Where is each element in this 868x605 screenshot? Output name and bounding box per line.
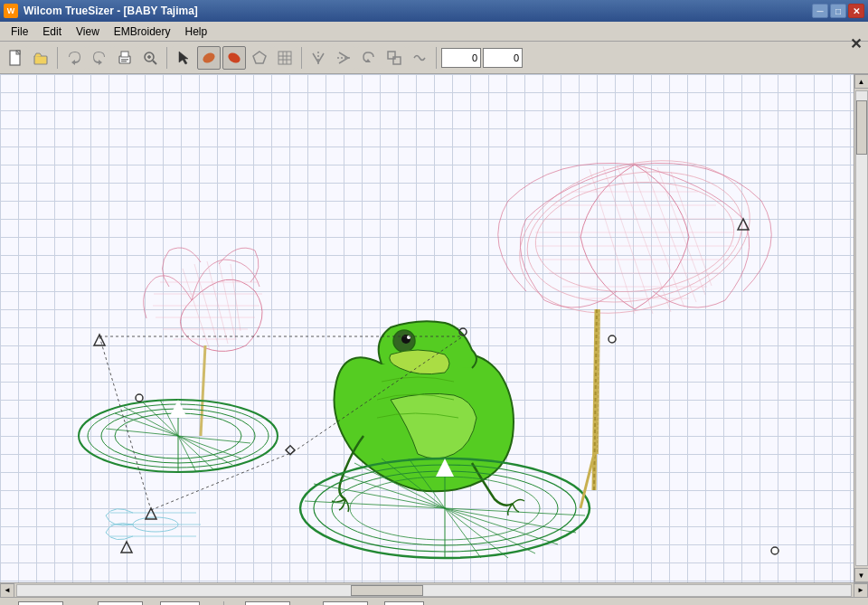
sep3 <box>301 47 302 69</box>
input-y-group <box>483 48 523 68</box>
new-button[interactable] <box>4 46 27 70</box>
lotus-stem-right <box>580 309 597 508</box>
svg-rect-4 <box>121 59 128 61</box>
canvas-area[interactable] <box>0 74 854 582</box>
svg-rect-93 <box>286 446 295 455</box>
embroidery-artwork <box>0 74 854 582</box>
vertical-scrollbar[interactable]: ▲ ▼ <box>854 74 868 582</box>
svg-line-57 <box>201 345 205 436</box>
title-left: W Wilcom TrueSizer - [BABY Tajima] <box>4 4 198 18</box>
undo-button[interactable] <box>62 46 86 70</box>
scroll-up-button[interactable]: ▲ <box>854 74 869 89</box>
minimize-button[interactable]: ─ <box>812 4 828 18</box>
svg-point-13 <box>226 51 241 65</box>
scroll-down-button[interactable]: ▼ <box>854 568 869 582</box>
sep2 <box>166 47 167 69</box>
input-x-group <box>441 48 481 68</box>
stitch-button[interactable] <box>408 46 431 70</box>
status-sep <box>223 601 224 606</box>
scroll-thumb-horizontal[interactable] <box>351 585 423 596</box>
svg-line-54 <box>207 261 228 344</box>
svg-line-42 <box>657 167 705 295</box>
app-icon: W <box>4 4 18 18</box>
scroll-right-button[interactable]: ► <box>854 583 868 598</box>
svg-rect-2 <box>34 56 47 64</box>
svg-point-12 <box>201 51 216 65</box>
svg-line-56 <box>231 264 241 331</box>
x-value-input[interactable] <box>18 601 63 606</box>
frog <box>332 321 524 515</box>
menu-view[interactable]: View <box>69 24 107 40</box>
canvas-close-button[interactable]: ✕ <box>846 34 864 52</box>
print-button[interactable] <box>113 46 137 70</box>
svg-rect-24 <box>393 57 401 64</box>
title-buttons: ─ □ ✕ <box>812 4 864 18</box>
svg-rect-23 <box>388 52 395 59</box>
scroll-left-button[interactable]: ◄ <box>0 583 14 598</box>
title-bar: W Wilcom TrueSizer - [BABY Tajima] ─ □ ✕ <box>0 0 868 22</box>
svg-rect-5 <box>121 61 127 62</box>
ctrl-circle-right <box>609 336 616 343</box>
lily-pad-right <box>300 458 590 558</box>
w-coord-group: W: in <box>80 601 156 606</box>
status-bar: X: in W: in % Y: in H: in % <box>0 597 868 605</box>
window-title: Wilcom TrueSizer - [BABY Tajima] <box>24 5 198 17</box>
svg-rect-15 <box>278 52 291 64</box>
horizontal-scrollbar-area: ◄ ► <box>0 582 868 597</box>
svg-point-25 <box>503 137 768 337</box>
maximize-button[interactable]: □ <box>830 4 846 18</box>
input-y-field[interactable] <box>483 48 523 68</box>
lotus-right <box>498 137 772 454</box>
svg-rect-6 <box>121 52 128 57</box>
open-button[interactable] <box>29 46 52 70</box>
pct2-input[interactable] <box>384 601 424 606</box>
svg-line-40 <box>630 165 684 307</box>
shape-tool-1[interactable] <box>197 46 221 70</box>
select-button[interactable] <box>172 46 195 70</box>
svg-point-26 <box>517 156 753 318</box>
scroll-track-vertical[interactable] <box>855 90 868 566</box>
svg-point-97 <box>136 394 143 402</box>
svg-line-91 <box>151 452 293 510</box>
scale-button[interactable] <box>382 46 406 70</box>
polygon-tool[interactable] <box>248 46 271 70</box>
input-x-field[interactable] <box>441 48 481 68</box>
sep4 <box>436 47 437 69</box>
w-value-input[interactable] <box>98 601 143 606</box>
svg-point-27 <box>531 175 739 300</box>
h-coord-group: H: in <box>307 601 382 606</box>
redo-button[interactable] <box>88 46 111 70</box>
svg-line-55 <box>219 261 235 338</box>
shape-tool-2[interactable] <box>222 46 246 70</box>
lotus-left <box>144 248 262 436</box>
menu-embroidery[interactable]: EMBroidery <box>107 24 178 40</box>
menu-bar: File Edit View EMBroidery Help <box>0 22 868 42</box>
flip-v-button[interactable] <box>332 46 355 70</box>
svg-line-52 <box>183 269 210 350</box>
h-value-input[interactable] <box>323 601 368 606</box>
y-coord-group: Y: in <box>231 601 304 606</box>
x-coord-group: X: in <box>4 601 77 606</box>
toolbar <box>0 42 868 74</box>
y-value-input[interactable] <box>245 601 290 606</box>
menu-edit[interactable]: Edit <box>35 24 69 40</box>
menu-file[interactable]: File <box>4 24 35 40</box>
svg-marker-14 <box>253 52 266 63</box>
zoom-button[interactable] <box>138 46 162 70</box>
main-area: ▲ ▼ <box>0 74 868 582</box>
rotate-button[interactable] <box>357 46 381 70</box>
grid-tool[interactable] <box>273 46 297 70</box>
scroll-thumb-vertical[interactable] <box>856 100 867 155</box>
scroll-track-horizontal[interactable] <box>16 584 852 597</box>
close-button[interactable]: ✕ <box>848 4 864 18</box>
pct1-input[interactable] <box>160 601 200 606</box>
lily-pad-left <box>79 400 278 472</box>
svg-marker-96 <box>121 542 132 553</box>
svg-line-8 <box>153 61 156 64</box>
svg-marker-11 <box>179 52 188 64</box>
flip-h-button[interactable] <box>307 46 330 70</box>
menu-help[interactable]: Help <box>178 24 215 40</box>
sep1 <box>57 47 58 69</box>
svg-point-98 <box>771 547 778 554</box>
